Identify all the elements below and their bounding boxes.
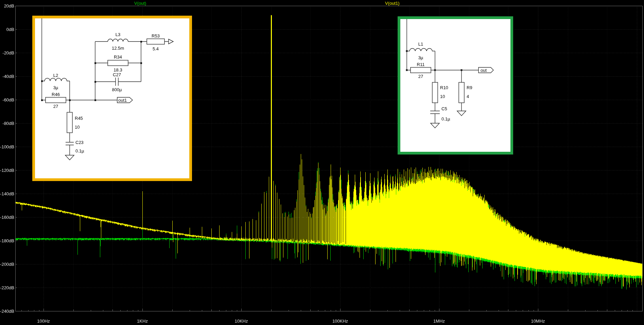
component-name: R53 [152,33,160,38]
junction-dot [94,81,96,83]
inductor-L3-icon [108,39,128,42]
net-label-out: out [481,68,487,73]
resistor-R45-icon [67,112,72,133]
component-name: L1 [418,42,423,47]
ground-icon [431,123,439,128]
component-value: 0.1µ [441,116,450,121]
ground-icon [457,111,466,116]
capacitor-C23-icon [66,142,74,145]
component-value: 3µ [418,55,423,60]
ground-icon [65,155,74,160]
junction-dot [434,69,436,71]
component-value: 3µ [53,85,58,90]
junction-dot [69,99,71,101]
resistor-R34-icon [108,60,128,66]
junction-dot [140,62,142,64]
component-value: 800µ [112,87,122,92]
component-value: 27 [53,104,58,109]
capacitor-C27-icon [116,78,118,86]
trace-label-vout1[interactable]: V(out1) [385,1,400,6]
capacitor-C5-icon [430,111,440,114]
component-name: L2 [53,73,58,78]
component-name: R11 [417,62,425,67]
trace-label-vout[interactable]: V(out) [134,1,146,6]
junction-dot [140,41,142,43]
schematic-inset-out1-filter: L2 3µ R46 27 R45 10 C23 0.1µ L3 12.5m R3… [32,16,192,181]
component-name: C5 [441,106,447,111]
schematic-inset-out-filter: L1 3µ R11 27 R10 10 C5 0.1µ R9 4 out [398,16,513,155]
component-value: 10 [440,94,445,99]
component-value: 4 [467,94,469,99]
component-value: 10 [75,125,80,130]
component-name: R45 [75,116,83,121]
junction-dot [94,99,96,101]
component-value: 18.3 [114,67,122,72]
resistor-R46-icon [46,97,66,103]
component-name: R10 [440,85,448,90]
resistor-R53-icon [147,39,164,44]
component-name: L3 [116,32,120,37]
component-value: 5.4 [153,46,159,51]
junction-dot [41,99,43,101]
resistor-R9-icon [459,82,464,103]
component-name: R9 [467,85,472,90]
resistor-R11-icon [411,67,431,73]
junction-dot [406,69,408,71]
net-label-out1: out1 [118,98,127,103]
junction-dot [461,69,463,71]
component-name: C23 [75,140,84,145]
resistor-R10-icon [432,82,438,103]
output-port-arrow-icon [169,39,173,44]
component-name: R46 [52,92,60,97]
component-value: 0.1µ [75,148,84,153]
component-name: R34 [114,54,122,60]
junction-dot [41,80,43,82]
component-name: C27 [113,72,121,77]
component-value: 12.5m [112,46,124,51]
ltspice-fft-window: 20dB0dB-20dB-40dB-60dB-80dB-100dB-120dB-… [0,0,644,325]
schematic-out-filter: L1 3µ R11 27 R10 10 C5 0.1µ R9 4 out [400,19,510,152]
junction-dot [406,50,408,52]
component-value: 27 [418,74,423,79]
junction-dot [94,62,96,64]
schematic-out1-filter: L2 3µ R46 27 R45 10 C23 0.1µ L3 12.5m R3… [35,18,189,178]
